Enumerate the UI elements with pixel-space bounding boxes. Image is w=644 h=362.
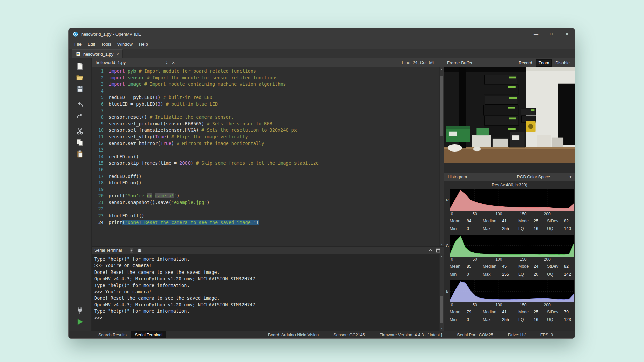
scroll-up-icon[interactable]: ▲ [441, 254, 442, 259]
menu-item-file[interactable]: File [71, 40, 85, 48]
frame-buffer-disable-button[interactable]: Disable [553, 60, 572, 66]
left-toolbar [69, 58, 92, 331]
stat-median: Median41 [483, 310, 518, 314]
chevron-down-icon[interactable]: ▼ [569, 175, 572, 179]
tab-close-icon[interactable]: × [116, 52, 119, 57]
window-title: helloworld_1.py - OpenMV IDE [81, 32, 141, 37]
start-script-button[interactable] [74, 316, 86, 327]
line-number: 22 [92, 206, 104, 213]
detach-terminal-icon[interactable] [435, 248, 441, 253]
stat-min: Min0 [450, 317, 483, 322]
menu-item-edit[interactable]: Edit [85, 40, 98, 48]
statusbar-tab-search-results[interactable]: Search Results [94, 331, 131, 338]
paste-button[interactable] [74, 148, 86, 160]
code-line[interactable]: 2import sensor # Import the module for s… [92, 75, 444, 81]
line-text: sensor.set_pixformat(sensor.RGB565) # Se… [109, 121, 272, 127]
histogram-stats-row: Min0Max255LQ16UQ123 [444, 316, 575, 323]
code-line[interactable]: 3import image # Import module containing… [92, 81, 444, 88]
code-line[interactable]: 14redLED.on() [92, 154, 444, 160]
line-number: 9 [92, 121, 104, 127]
terminal-scrollbar[interactable]: ▲ ▼ [439, 254, 444, 331]
code-line[interactable]: 1import pyb # Import module for board re… [92, 68, 444, 75]
frame-buffer-record-button[interactable]: Record [516, 60, 534, 66]
code-line[interactable]: 5redLED = pyb.LED(1) # built-in red LED [92, 94, 444, 101]
code-line[interactable]: 15sensor.skip_frames(time = 2000) # Skip… [92, 160, 444, 167]
maximize-button[interactable]: □ [544, 28, 559, 39]
openmv-ide-window: helloworld_1.py - OpenMV IDE — □ × FileE… [68, 28, 575, 339]
code-line[interactable]: 12sensor.set_hmirror(True) # Mirrors the… [92, 140, 444, 147]
cut-button[interactable] [74, 125, 86, 137]
menu-item-tools[interactable]: Tools [98, 40, 114, 48]
code-line[interactable]: 9sensor.set_pixformat(sensor.RGB565) # S… [92, 121, 444, 127]
histogram-stats-row: Mean84Median41Mode25StDev82 [444, 217, 575, 225]
line-number: 17 [92, 173, 104, 180]
scroll-up-icon[interactable]: ▲ [441, 67, 443, 71]
frame-buffer-view[interactable] [444, 67, 575, 163]
close-button[interactable]: × [559, 28, 575, 39]
document-name: helloworld_1.py [96, 60, 166, 65]
document-selector[interactable]: helloworld_1.py ▴▾ [96, 60, 172, 65]
histogram-plot [450, 189, 574, 211]
code-line[interactable]: 20print("You're on camera!") [92, 193, 444, 199]
stat-max: Max255 [483, 226, 518, 231]
document-spinner-icon[interactable]: ▴▾ [166, 61, 167, 65]
code-line[interactable]: 19 [92, 186, 444, 193]
code-line[interactable]: 6blueLED = pyb.LED(3) # built-in blue LE… [92, 101, 444, 108]
terminal-scroll-track[interactable] [440, 259, 444, 326]
minimize-button[interactable]: — [528, 28, 544, 39]
color-space-select[interactable]: RGB Color Space [517, 175, 550, 179]
code-line[interactable]: 13 [92, 147, 444, 154]
histogram-channel-g: G050100150200Mean85Median45Mode24StDev82… [444, 235, 575, 278]
code-line[interactable]: 10sensor.set_framesize(sensor.HVGA) # Se… [92, 127, 444, 134]
code-line[interactable]: 4 [92, 88, 444, 95]
frame-buffer-zoom-button[interactable]: Zoom [536, 59, 552, 67]
scroll-down-icon[interactable]: ▼ [441, 242, 443, 246]
code-line[interactable]: 11sensor.set_vflip(True) # Flips the ima… [92, 134, 444, 140]
code-line[interactable]: 24print("Done! Reset the camera to see t… [92, 219, 444, 226]
code-line[interactable]: 17redLED.off() [92, 173, 444, 180]
save-log-icon[interactable] [137, 248, 142, 253]
code-line[interactable]: 16 [92, 167, 444, 173]
statusbar-tab-serial-terminal[interactable]: Serial Terminal [131, 331, 166, 338]
code-line[interactable]: 7 [92, 108, 444, 114]
code-line[interactable]: 22 [92, 206, 444, 213]
serial-terminal[interactable]: Type "help()" for more information.>>> Y… [92, 254, 444, 331]
redo-button[interactable] [74, 110, 86, 121]
terminal-line: Type "help()" for more information. [94, 282, 444, 289]
undo-button[interactable] [74, 99, 86, 110]
open-file-icon [76, 73, 84, 82]
line-number: 10 [92, 127, 104, 134]
tab-helloworld[interactable]: helloworld_1.py × [72, 49, 123, 58]
panel-gap [444, 163, 575, 173]
editor-close-icon[interactable]: × [172, 60, 175, 65]
open-file-button[interactable] [74, 72, 86, 83]
code-line[interactable]: 18blueLED.on() [92, 180, 444, 186]
collapse-terminal-icon[interactable] [428, 248, 433, 253]
stat-stdev: StDev82 [547, 219, 573, 223]
editor-scroll-track[interactable] [440, 71, 444, 242]
code-editor[interactable]: 1import pyb # Import module for board re… [92, 67, 444, 246]
stat-median: Median45 [483, 264, 518, 269]
terminal-output: Type "help()" for more information.>>> Y… [94, 256, 444, 321]
stat-lq: LQ16 [518, 317, 547, 322]
line-text: sensor.reset() # Initialize the camera s… [109, 114, 234, 121]
menu-item-window[interactable]: Window [114, 40, 136, 48]
code-line[interactable]: 23blueLED.off() [92, 213, 444, 219]
terminal-line: OpenMV v4.4.3; MicroPython v1.20-omv; NI… [94, 276, 444, 282]
tab-label: helloworld_1.py [83, 52, 113, 57]
scroll-down-icon[interactable]: ▼ [441, 326, 442, 331]
title-bar: helloworld_1.py - OpenMV IDE — □ × [69, 28, 575, 39]
code-line[interactable]: 8sensor.reset() # Initialize the camera … [92, 114, 444, 121]
code-line[interactable]: 21sensor.snapshot().save("example.jpg") [92, 199, 444, 206]
editor-scrollbar[interactable]: ▲ ▼ [439, 67, 444, 246]
copy-button[interactable] [74, 137, 86, 148]
save-file-button[interactable] [74, 83, 86, 95]
new-file-button[interactable] [74, 60, 86, 72]
line-text: sensor.set_vflip(True) # Flips the image… [109, 134, 248, 140]
terminal-scroll-thumb[interactable] [440, 296, 443, 323]
editor-scroll-thumb[interactable] [440, 76, 443, 136]
menu-item-help[interactable]: Help [136, 40, 151, 48]
line-text: redLED = pyb.LED(1) # built-in red LED [109, 94, 212, 101]
connect-button[interactable] [74, 305, 86, 316]
clear-terminal-icon[interactable] [129, 248, 135, 253]
